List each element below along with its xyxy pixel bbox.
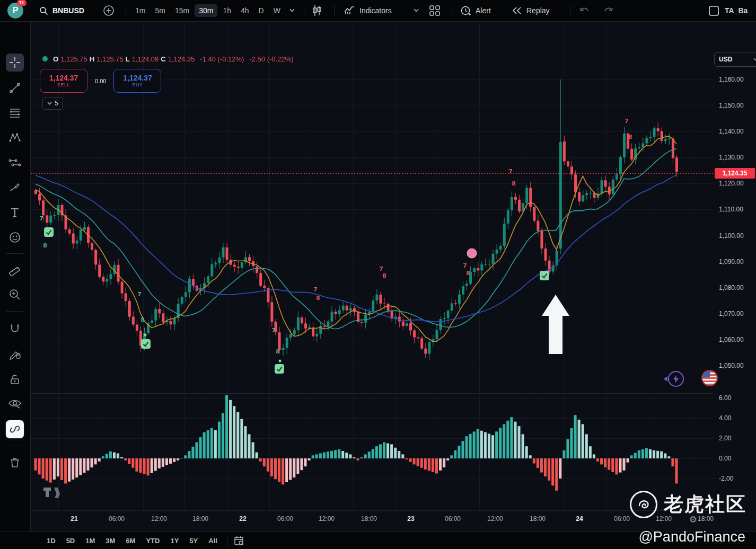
- timeframe-1h[interactable]: 1h: [218, 4, 235, 17]
- range-ytd[interactable]: YTD: [146, 537, 160, 545]
- sell-button[interactable]: 1,124.37 SELL: [40, 69, 87, 93]
- compare-add-button[interactable]: [103, 0, 115, 21]
- tradingview-logo[interactable]: [42, 485, 64, 501]
- crosshair-tool[interactable]: [6, 54, 24, 72]
- change-value-2: -2.50 (-0.22%): [249, 55, 293, 63]
- notification-badge: 11: [17, 0, 27, 6]
- price-tick: 1,160.00: [719, 76, 744, 83]
- redo-button[interactable]: [603, 0, 614, 21]
- candlestick-style-icon: [312, 5, 322, 16]
- chart-pane[interactable]: [31, 22, 713, 510]
- sync-drawings-tool[interactable]: [6, 420, 24, 438]
- time-tick: 06:00: [269, 515, 301, 523]
- layout-save-group[interactable]: TA_Ba: [708, 0, 748, 21]
- indicators-icon: [344, 5, 355, 16]
- symbol-search[interactable]: BNBUSD: [39, 0, 84, 21]
- macd-tick: 2.00: [719, 435, 731, 442]
- alert-button[interactable]: Alert: [460, 0, 491, 21]
- grid-layout-icon: [429, 5, 440, 16]
- tiger-logo-icon: [630, 491, 657, 518]
- chart-style-button[interactable]: [312, 0, 322, 21]
- go-to-date-icon[interactable]: [234, 535, 245, 546]
- search-icon: [39, 6, 48, 15]
- timeframe-30m[interactable]: 30m: [195, 4, 217, 17]
- range-5d[interactable]: 5D: [66, 537, 75, 545]
- time-tick: 18:00: [522, 515, 553, 523]
- projection-tool[interactable]: [6, 154, 24, 172]
- magnet-tool[interactable]: [6, 320, 24, 338]
- time-tick: 12:00: [311, 515, 342, 523]
- lock-drawings-tool[interactable]: [6, 370, 24, 388]
- flash-order-icon[interactable]: [668, 371, 684, 387]
- range-all[interactable]: All: [208, 537, 217, 545]
- range-3m[interactable]: 3M: [106, 537, 115, 545]
- indicators-button[interactable]: Indicators: [344, 0, 392, 21]
- time-tick: 21: [58, 515, 90, 523]
- price-tick: 1,120.00: [719, 180, 744, 187]
- timeframe-W[interactable]: W: [269, 4, 285, 17]
- range-6m[interactable]: 6M: [126, 537, 135, 545]
- change-value: -1.40 (-0.12%): [200, 55, 244, 63]
- trend-line-tool[interactable]: [6, 79, 24, 97]
- timeframe-group: 1m5m15m30m1h4hDW: [130, 0, 285, 21]
- macd-tick: 0.00: [719, 455, 731, 462]
- brush-tool[interactable]: [6, 179, 24, 197]
- zoom-in-tool[interactable]: [6, 286, 24, 304]
- time-axis[interactable]: ⚙ 2106:0012:0018:002206:0012:0018:002306…: [31, 510, 713, 532]
- watermark-handle: @PandoFinance: [638, 529, 745, 545]
- time-tick: 12:00: [143, 515, 175, 523]
- timeframe-5m[interactable]: 5m: [151, 4, 169, 17]
- hide-drawings-tool[interactable]: [6, 395, 24, 413]
- close-label: C: [161, 55, 165, 63]
- chevron-down-icon: [753, 58, 756, 61]
- price-chart-canvas[interactable]: [31, 22, 713, 510]
- range-1m[interactable]: 1M: [85, 537, 95, 545]
- templates-button[interactable]: [429, 0, 440, 21]
- toolbar-divider: [6, 253, 23, 254]
- timeframe-1m[interactable]: 1m: [131, 4, 150, 17]
- price-tick: 1,090.00: [719, 258, 744, 265]
- user-avatar[interactable]: P 11: [7, 0, 23, 21]
- trade-panel: 1,124.37 SELL 0.00 1,124.37 BUY: [40, 69, 161, 93]
- undo-icon: [579, 6, 590, 15]
- undo-button[interactable]: [579, 0, 590, 21]
- timeframe-4h[interactable]: 4h: [236, 4, 253, 17]
- timeframe-chevron-icon[interactable]: [289, 8, 295, 12]
- pattern-xabcd-tool[interactable]: [6, 129, 24, 147]
- buy-button[interactable]: 1,124.37 BUY: [113, 69, 161, 93]
- layout-name: TA_Ba: [725, 6, 748, 15]
- low-value: 1,124.09: [132, 55, 159, 63]
- currency-dropdown[interactable]: USD: [714, 52, 756, 67]
- high-value: 1,125.75: [96, 55, 124, 63]
- drawing-toolbar: [0, 22, 31, 549]
- range-1y[interactable]: 1Y: [170, 537, 179, 545]
- currency-label: USD: [719, 56, 732, 63]
- replay-label: Replay: [526, 6, 550, 15]
- replay-button[interactable]: Replay: [512, 0, 550, 21]
- emoji-tool[interactable]: [6, 228, 24, 246]
- square-outline-icon: [708, 5, 719, 16]
- timeframe-15m[interactable]: 15m: [171, 4, 194, 17]
- remove-drawings-tool[interactable]: [6, 454, 24, 472]
- price-tick: 1,130.00: [719, 154, 744, 161]
- spread-value: 0.00: [95, 78, 106, 84]
- indicators-chevron-icon[interactable]: [414, 8, 419, 12]
- measure-ruler-tool[interactable]: [6, 260, 24, 278]
- drawing-mode-tool[interactable]: [6, 345, 24, 363]
- indicator-collapse-chip[interactable]: 5: [42, 97, 63, 110]
- text-tool[interactable]: [6, 203, 24, 222]
- indicator-count: 5: [55, 100, 58, 107]
- alert-clock-icon: [460, 5, 471, 16]
- range-5y[interactable]: 5Y: [189, 537, 198, 545]
- price-axis[interactable]: USD 1,124.35 1,160.001,150.001,140.001,1…: [714, 22, 756, 532]
- indicators-label: Indicators: [359, 6, 392, 15]
- timeframe-D[interactable]: D: [254, 4, 268, 17]
- price-tick: 1,100.00: [719, 232, 744, 240]
- fib-retracement-tool[interactable]: [6, 104, 24, 122]
- toolbar-separator: [452, 5, 452, 16]
- time-tick: 12:00: [479, 515, 511, 523]
- date-range-group: 1D5D1M3M6MYTD1Y5YAll: [41, 537, 223, 545]
- time-tick: 23: [395, 515, 427, 523]
- price-tick: 1,110.00: [719, 206, 743, 213]
- range-1d[interactable]: 1D: [47, 537, 56, 545]
